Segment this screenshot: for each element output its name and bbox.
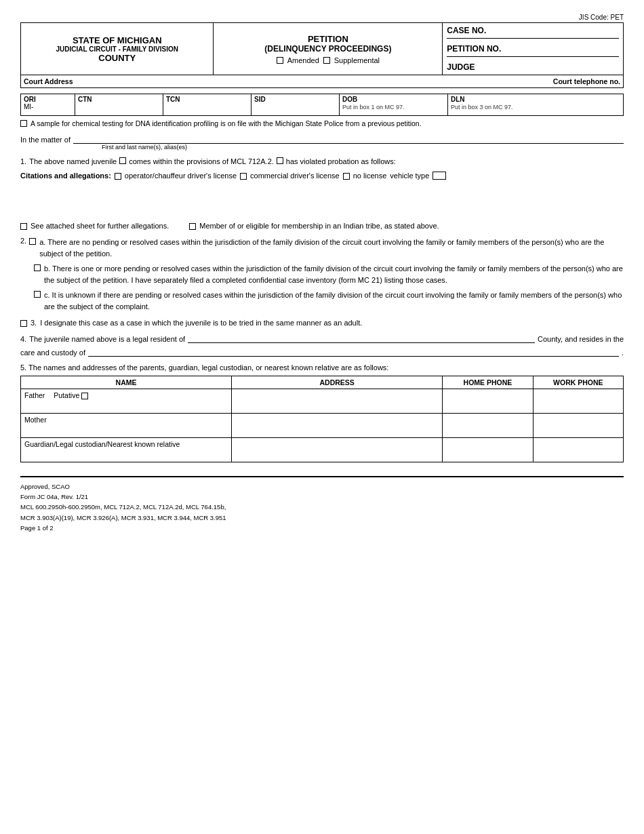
col-work-phone: WORK PHONE — [533, 376, 623, 389]
section2b: b. There is one or more pending or resol… — [20, 263, 624, 285]
guardian-work-phone-cell[interactable] — [533, 438, 623, 462]
father-address-cell[interactable] — [232, 389, 443, 414]
indian-tribe-checkbox[interactable] — [189, 223, 196, 230]
jis-code: JIS Code: PET — [20, 14, 624, 21]
state-cell: STATE OF MICHIGAN JUDICIAL CIRCUIT - FAM… — [21, 23, 214, 75]
ctn-label: CTN — [78, 96, 160, 103]
commercial-text: commercial driver's license — [250, 170, 340, 182]
probation-text: has violated probation as follows: — [286, 156, 396, 167]
right-cell: CASE NO. PETITION NO. JUDGE — [443, 23, 624, 75]
section5-number: 5. — [20, 363, 26, 372]
section1-item: 1. The above named juvenile comes within… — [20, 156, 624, 181]
mother-name-cell: Mother — [21, 414, 232, 438]
indian-tribe-text: Member of or eligible for membership in … — [199, 222, 439, 230]
ori-prefix: MI- — [24, 103, 33, 111]
section2c-checkbox[interactable] — [34, 291, 41, 298]
section4-custody-field[interactable] — [88, 347, 619, 357]
judicial-circuit: JUDICIAL CIRCUIT - FAMILY DIVISION — [25, 45, 209, 53]
mother-home-phone-cell[interactable] — [443, 414, 533, 438]
section2a-text: a. There are no pending or resolved case… — [39, 237, 624, 259]
putative-label: Putative — [54, 391, 79, 399]
mother-address-cell[interactable] — [232, 414, 443, 438]
vehicle-type-text: vehicle type — [390, 170, 429, 182]
judge-label: JUDGE — [447, 62, 619, 72]
dna-note-row: A sample for chemical testing for DNA id… — [20, 119, 624, 127]
table-row-father: Father Putative — [21, 389, 624, 414]
footer-page: Page 1 of 2 — [20, 523, 624, 533]
no-license-text: no license — [353, 170, 387, 182]
section1-number: 1. — [20, 156, 26, 167]
commercial-checkbox[interactable] — [240, 173, 247, 180]
section4-resident-field[interactable] — [188, 334, 535, 343]
father-home-phone-cell[interactable] — [443, 389, 533, 414]
section3-checkbox[interactable] — [20, 320, 27, 327]
header-table: STATE OF MICHIGAN JUDICIAL CIRCUIT - FAM… — [20, 22, 624, 75]
names-table: NAME ADDRESS HOME PHONE WORK PHONE Fathe… — [20, 376, 624, 462]
col-address: ADDRESS — [232, 376, 443, 389]
table-row-mother: Mother — [21, 414, 624, 438]
matter-line: In the matter of — [20, 134, 624, 144]
sid-label: SID — [254, 96, 336, 103]
dob-cell: DOB Put in box 1 on MC 97. — [340, 94, 448, 116]
guardian-address-cell[interactable] — [232, 438, 443, 462]
county: COUNTY — [25, 53, 209, 63]
section4-text1: The juvenile named above is a legal resi… — [29, 335, 185, 343]
amended-checkbox[interactable] — [277, 57, 283, 64]
dln-sub: Put in box 3 on MC 97. — [451, 104, 513, 111]
section4-number: 4. — [20, 335, 26, 343]
section4: 4. The juvenile named above is a legal r… — [20, 334, 624, 343]
vehicle-box[interactable] — [432, 172, 446, 180]
provision-checkbox[interactable] — [119, 157, 126, 164]
court-telephone-label: Court telephone no. — [553, 77, 620, 85]
father-label: Father — [24, 391, 45, 399]
section2a: a. There are no pending or resolved case… — [29, 237, 624, 259]
no-license-checkbox[interactable] — [343, 173, 350, 180]
tcn-cell: TCN — [163, 94, 251, 116]
probation-checkbox[interactable] — [277, 157, 283, 164]
citations-label: Citations and allegations: — [20, 170, 111, 182]
father-work-phone-cell[interactable] — [533, 389, 623, 414]
supplemental-label: Supplemental — [334, 56, 380, 64]
section1-citations: Citations and allegations: operator/chau… — [20, 170, 624, 182]
section4-line2: care and custody of . — [20, 347, 624, 357]
father-name-cell: Father Putative — [21, 389, 232, 414]
state-title: STATE OF MICHIGAN — [25, 35, 209, 45]
section1-text: The above named juvenile — [29, 156, 117, 167]
matter-section: In the matter of First and last name(s),… — [20, 134, 624, 151]
mother-work-phone-cell[interactable] — [533, 414, 623, 438]
section3: 3. I designate this case as a case in wh… — [20, 319, 624, 327]
guardian-home-phone-cell[interactable] — [443, 438, 533, 462]
ori-label: ORI — [24, 96, 72, 103]
col-name: NAME — [21, 376, 232, 389]
section3-number: 3. — [31, 319, 37, 327]
section2b-checkbox[interactable] — [34, 264, 41, 271]
section2c: c. It is unknown if there are pending or… — [20, 290, 624, 312]
matter-label: In the matter of — [20, 136, 71, 144]
section2a-checkbox[interactable] — [29, 238, 36, 245]
see-attached-checkbox[interactable] — [20, 223, 27, 230]
operator-checkbox[interactable] — [115, 173, 121, 180]
see-attached-text: See attached sheet for further allegatio… — [31, 222, 169, 230]
petition-no-label: PETITION NO. — [447, 44, 619, 57]
footer-mcl1: MCL 600.2950h-600.2950m, MCL 712A.2, MCL… — [20, 502, 624, 512]
table-row-guardian: Guardian/Legal custodian/Nearest known r… — [21, 438, 624, 462]
mother-label: Mother — [24, 416, 47, 424]
section5: 5. The names and addresses of the parent… — [20, 363, 624, 462]
supplemental-checkbox[interactable] — [323, 57, 330, 64]
footer-approved: Approved, SCAO — [20, 481, 624, 492]
matter-sublabel: First and last name(s), alias(es) — [102, 144, 624, 151]
guardian-label: Guardian/Legal custodian/Nearest known r… — [24, 440, 180, 448]
tcn-label: TCN — [166, 96, 248, 103]
amended-label: Amended — [287, 56, 319, 64]
petition-sub: (DELINQUENCY PROCEEDINGS) — [218, 44, 438, 54]
matter-field[interactable] — [73, 134, 624, 144]
indian-tribe-item: Member of or eligible for membership in … — [189, 222, 439, 230]
sid-cell: SID — [251, 94, 340, 116]
provision-text: comes within the provisions of MCL 712A.… — [129, 156, 274, 167]
court-address-row: Court Address Court telephone no. — [20, 75, 624, 88]
putative-checkbox[interactable] — [81, 393, 88, 399]
ctn-cell: CTN — [75, 94, 163, 116]
see-attached-item: See attached sheet for further allegatio… — [20, 222, 169, 230]
section2-header: 2. a. There are no pending or resolved c… — [20, 237, 624, 259]
dna-checkbox[interactable] — [20, 120, 27, 127]
